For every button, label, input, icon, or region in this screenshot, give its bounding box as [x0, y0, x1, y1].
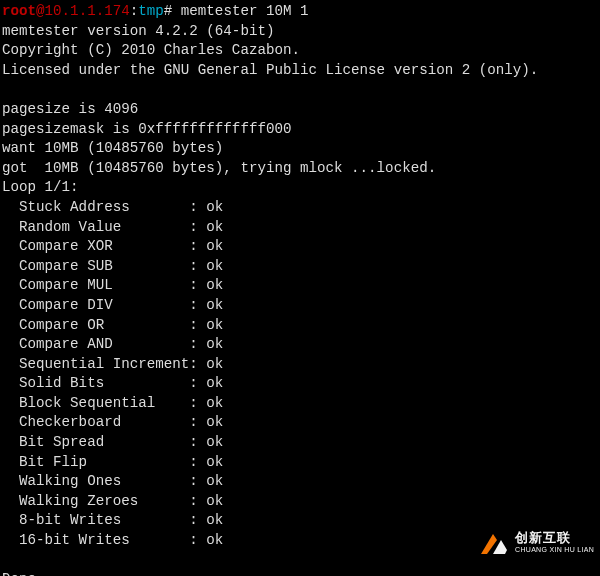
watermark-en: CHUANG XIN HU LIAN — [515, 544, 594, 556]
got-line: got 10MB (10485760 bytes), trying mlock … — [2, 159, 600, 179]
watermark-text: 创新互联 CHUANG XIN HU LIAN — [515, 532, 594, 556]
test-row: Compare XOR : ok — [2, 237, 600, 257]
prompt-dir: tmp — [138, 3, 164, 19]
want-line: want 10MB (10485760 bytes) — [2, 139, 600, 159]
test-row: 8-bit Writes : ok — [2, 511, 600, 531]
test-row: Walking Zeroes : ok — [2, 492, 600, 512]
command: memtester 10M 1 — [181, 3, 309, 19]
test-row: Sequential Increment: ok — [2, 355, 600, 375]
test-row: Compare DIV : ok — [2, 296, 600, 316]
done-line: Done. — [2, 570, 600, 576]
test-row: Checkerboard : ok — [2, 413, 600, 433]
watermark: 创新互联 CHUANG XIN HU LIAN — [479, 530, 594, 558]
prompt-sep1: : — [130, 3, 139, 19]
test-row: Random Value : ok — [2, 218, 600, 238]
loop-label: Loop 1/1: — [2, 178, 600, 198]
version-line: memtester version 4.2.2 (64-bit) — [2, 22, 600, 42]
test-row: Compare AND : ok — [2, 335, 600, 355]
pagesize-line: pagesize is 4096 — [2, 100, 600, 120]
prompt-at: @ — [36, 3, 45, 19]
license-line: Licensed under the GNU General Public Li… — [2, 61, 600, 81]
test-row: Bit Flip : ok — [2, 453, 600, 473]
prompt-user: root — [2, 3, 36, 19]
logo-icon — [479, 530, 509, 558]
test-row: Stuck Address : ok — [2, 198, 600, 218]
prompt-host: 10.1.1.174 — [45, 3, 130, 19]
watermark-cn: 创新互联 — [515, 532, 594, 544]
test-row: Bit Spread : ok — [2, 433, 600, 453]
test-row: Solid Bits : ok — [2, 374, 600, 394]
test-row: Walking Ones : ok — [2, 472, 600, 492]
blank-line-1 — [2, 80, 600, 100]
tests-list: Stuck Address : ok Random Value : ok Com… — [2, 198, 600, 551]
copyright-line: Copyright (C) 2010 Charles Cazabon. — [2, 41, 600, 61]
terminal: root@10.1.1.174:tmp# memtester 10M 1 mem… — [0, 0, 600, 576]
test-row: Compare OR : ok — [2, 316, 600, 336]
prompt-sep2: # — [164, 3, 173, 19]
prompt-line[interactable]: root@10.1.1.174:tmp# memtester 10M 1 — [2, 2, 600, 22]
test-row: Compare SUB : ok — [2, 257, 600, 277]
pagesizemask-line: pagesizemask is 0xfffffffffffff000 — [2, 120, 600, 140]
test-row: Compare MUL : ok — [2, 276, 600, 296]
test-row: Block Sequential : ok — [2, 394, 600, 414]
